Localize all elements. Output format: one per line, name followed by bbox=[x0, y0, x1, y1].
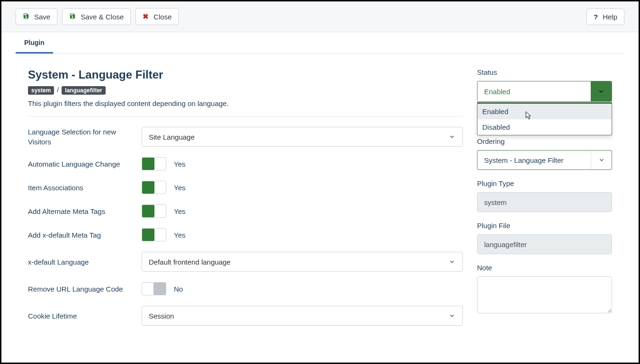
save-label: Save bbox=[34, 13, 50, 21]
chevron-down-icon bbox=[441, 127, 462, 146]
plugin-type-badge: system bbox=[28, 86, 54, 95]
auto-lang-change-value: Yes bbox=[174, 160, 185, 168]
cookie-lifetime-value: Session bbox=[149, 312, 174, 320]
xdefault-meta-toggle[interactable] bbox=[142, 228, 166, 241]
help-icon: ? bbox=[594, 13, 598, 21]
remove-url-label: Remove URL Language Code bbox=[28, 284, 132, 294]
save-icon bbox=[69, 13, 76, 21]
cookie-lifetime-select[interactable]: Session bbox=[142, 306, 463, 326]
ordering-value: System - Language Filter bbox=[478, 151, 591, 169]
close-label: Close bbox=[153, 13, 171, 21]
save-close-button[interactable]: Save & Close bbox=[62, 9, 131, 25]
auto-lang-change-toggle[interactable] bbox=[142, 157, 166, 170]
status-select[interactable]: Enabled bbox=[477, 81, 612, 102]
alt-meta-value: Yes bbox=[174, 207, 185, 215]
auto-lang-change-label: Automatic Language Change bbox=[28, 159, 132, 169]
toolbar: Save Save & Close ✖ Close ? Help bbox=[1, 1, 639, 32]
status-value: Enabled bbox=[478, 81, 591, 101]
xdefault-meta-label: Add x-default Meta Tag bbox=[28, 230, 132, 240]
xdefault-lang-select[interactable]: Default frontend language bbox=[142, 252, 463, 272]
plugin-badges: system / languagefilter bbox=[28, 86, 463, 95]
note-textarea[interactable] bbox=[477, 276, 612, 313]
xdefault-meta-value: Yes bbox=[174, 231, 185, 239]
save-button[interactable]: Save bbox=[16, 9, 57, 25]
alt-meta-label: Add Alternate Meta Tags bbox=[28, 206, 132, 216]
status-option-disabled[interactable]: Disabled bbox=[478, 119, 612, 135]
plugin-description: This plugin filters the displayed conten… bbox=[28, 99, 463, 116]
page-title: System - Language Filter bbox=[28, 68, 463, 81]
remove-url-toggle[interactable] bbox=[142, 282, 166, 295]
ordering-label: Ordering bbox=[477, 137, 612, 145]
status-dropdown: Enabled Disabled bbox=[477, 102, 612, 135]
help-button[interactable]: ? Help bbox=[586, 9, 624, 25]
chevron-down-icon bbox=[591, 151, 612, 169]
tab-plugin[interactable]: Plugin bbox=[16, 32, 53, 53]
item-associations-toggle[interactable] bbox=[142, 181, 166, 194]
language-selection-value: Site Language bbox=[149, 133, 195, 141]
plugin-type-input: system bbox=[477, 192, 612, 212]
close-button[interactable]: ✖ Close bbox=[135, 8, 179, 25]
chevron-down-icon bbox=[591, 81, 612, 101]
item-associations-label: Item Associations bbox=[28, 183, 132, 193]
plugin-file-badge: languagefilter bbox=[62, 86, 106, 95]
chevron-down-icon bbox=[441, 306, 462, 325]
status-label: Status bbox=[477, 68, 612, 76]
badge-separator: / bbox=[57, 86, 59, 94]
chevron-down-icon bbox=[441, 252, 462, 271]
tab-bar: Plugin bbox=[16, 32, 624, 54]
save-close-label: Save & Close bbox=[81, 13, 124, 21]
item-associations-value: Yes bbox=[174, 184, 185, 192]
remove-url-value: No bbox=[174, 285, 183, 293]
save-icon bbox=[23, 13, 29, 21]
language-selection-select[interactable]: Site Language bbox=[142, 127, 463, 147]
xdefault-lang-label: x-default Language bbox=[28, 257, 132, 267]
status-option-enabled[interactable]: Enabled bbox=[478, 104, 612, 119]
plugin-type-label: Plugin Type bbox=[477, 179, 612, 187]
xdefault-lang-value: Default frontend language bbox=[149, 258, 231, 266]
help-label: Help bbox=[603, 13, 617, 21]
plugin-file-input: languagefilter bbox=[477, 234, 612, 254]
alt-meta-toggle[interactable] bbox=[142, 204, 166, 218]
language-selection-label: Language Selection for new Visitors bbox=[28, 127, 132, 147]
ordering-select[interactable]: System - Language Filter bbox=[477, 150, 612, 170]
note-label: Note bbox=[477, 264, 612, 272]
close-icon: ✖ bbox=[143, 12, 149, 21]
cookie-lifetime-label: Cookie Lifetime bbox=[28, 311, 132, 321]
plugin-file-label: Plugin File bbox=[477, 222, 612, 230]
